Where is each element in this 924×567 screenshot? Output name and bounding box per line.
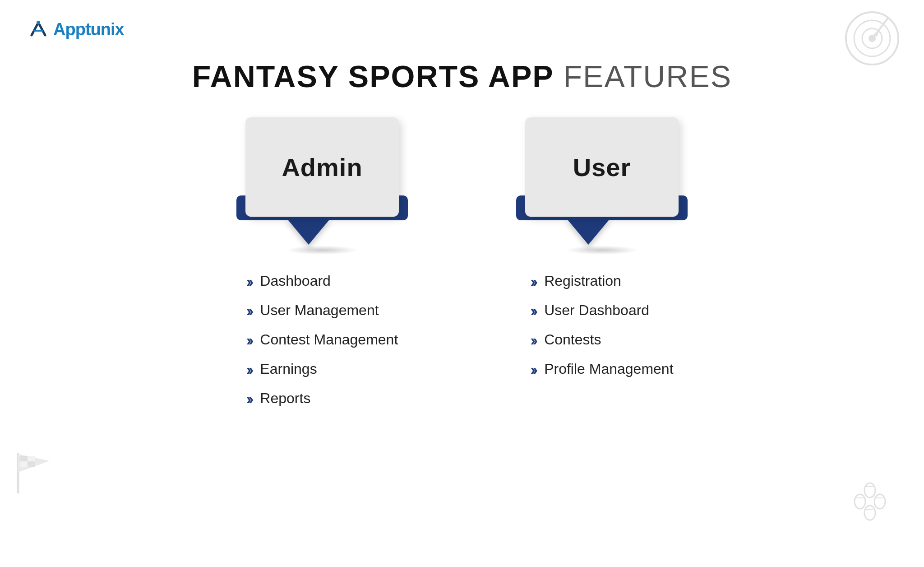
chevron-icon [246,303,254,318]
svg-point-12 [864,483,875,497]
admin-feature-2: User Management [260,302,379,319]
logo-text: Apptunix [53,20,124,39]
chevron-icon [530,274,538,289]
svg-point-13 [855,494,865,509]
chevron-icon [530,303,538,318]
user-card-shadow [566,246,638,255]
chevron-icon [246,362,254,377]
chevron-icon [246,274,254,289]
list-item: User Dashboard [530,302,673,319]
user-card: User [525,117,679,217]
main-title: FANTASY SPORTS APP FEATURES [0,59,924,94]
admin-feature-5: Reports [260,390,310,407]
list-item: Dashboard [246,273,398,289]
title-light: FEATURES [554,59,732,93]
user-feature-1: Registration [544,273,621,289]
user-column: User Registration User Dashboard Contest… [525,117,679,419]
admin-features-list: Dashboard User Management Contest Manage… [246,273,398,419]
admin-card: Admin [245,117,399,217]
user-feature-2: User Dashboard [544,302,649,319]
bowling-decoration-icon [843,472,897,531]
chevron-icon [246,391,254,406]
user-feature-3: Contests [544,331,601,348]
features-columns: Admin Dashboard User Management Contest … [0,117,924,419]
user-features-list: Registration User Dashboard Contests Pro… [530,273,673,390]
admin-card-shadow [286,246,358,255]
svg-point-14 [874,494,885,509]
svg-rect-11 [28,461,35,467]
chevron-icon [246,332,254,348]
svg-point-15 [864,506,875,520]
svg-point-0 [37,21,40,24]
list-item: Contests [530,331,673,348]
list-item: Earnings [246,361,398,377]
list-item: User Management [246,302,398,319]
admin-feature-4: Earnings [260,361,317,377]
list-item: Profile Management [530,361,673,377]
chevron-icon [530,362,538,377]
title-bold: FANTASY SPORTS APP [192,59,554,93]
admin-column: Admin Dashboard User Management Contest … [245,117,399,419]
admin-card-label: Admin [282,153,362,182]
user-card-label: User [573,153,631,182]
admin-feature-3: Contest Management [260,331,398,348]
logo-icon [27,18,50,41]
logo: Apptunix [27,18,124,41]
list-item: Contest Management [246,331,398,348]
svg-rect-10 [20,461,28,467]
admin-feature-1: Dashboard [260,273,331,289]
svg-rect-9 [28,456,35,461]
user-card-arrow [566,218,611,245]
chevron-icon [530,332,538,348]
svg-rect-8 [20,456,28,461]
list-item: Registration [530,273,673,289]
admin-card-arrow [286,218,331,245]
user-feature-4: Profile Management [544,361,673,377]
flag-decoration-icon [9,450,59,495]
list-item: Reports [246,390,398,407]
